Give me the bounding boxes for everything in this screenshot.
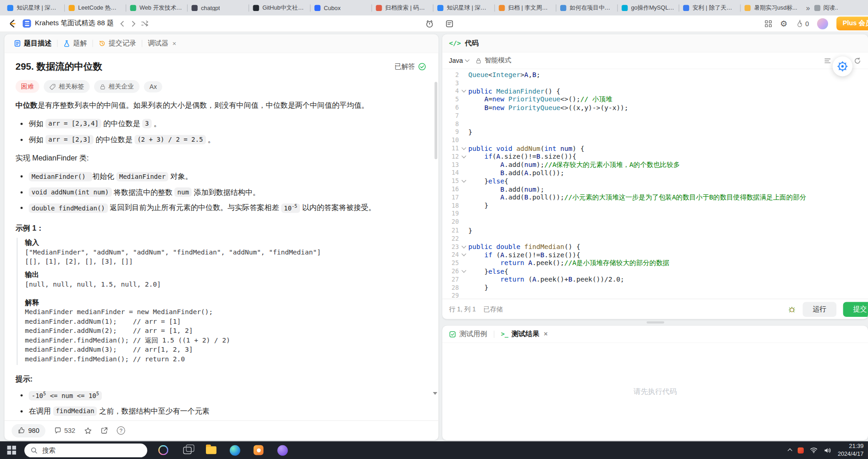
- browser-tab[interactable]: 归档 | 李文周的博客: [495, 1, 556, 15]
- file-explorer-icon[interactable]: [204, 443, 218, 457]
- code-line[interactable]: 27 return (A.peek()+B.peek())/2.0;: [442, 275, 868, 283]
- tab-debugger[interactable]: 调试器 ×: [144, 39, 180, 48]
- comments-button[interactable]: 532: [54, 426, 75, 434]
- code-line[interactable]: 3: [442, 79, 868, 87]
- code-line[interactable]: 21}: [442, 226, 868, 234]
- code-line[interactable]: 22: [442, 234, 868, 243]
- problem-list-icon[interactable]: [22, 19, 31, 28]
- leetcode-app-icon[interactable]: [251, 443, 266, 457]
- fold-chevron-icon[interactable]: [459, 246, 468, 248]
- tab-test-result[interactable]: >_ 测试结果 ×: [501, 329, 548, 339]
- fold-chevron-icon[interactable]: [459, 90, 468, 92]
- avatar[interactable]: [817, 18, 828, 29]
- browser-tab[interactable]: LeetCode 热题 10...: [65, 1, 126, 15]
- run-button[interactable]: 运行: [803, 302, 837, 317]
- code-line[interactable]: 24 if (A.size()!=B.size()){: [442, 251, 868, 259]
- browser-tab[interactable]: go操作MySQL · G...: [618, 1, 679, 15]
- code-line[interactable]: 12 if(A.size()!=B.size()){: [442, 153, 868, 161]
- related-tags-pill[interactable]: 相关标签: [44, 80, 89, 93]
- copilot-app-icon[interactable]: [156, 443, 170, 457]
- debug-icon[interactable]: [788, 305, 796, 313]
- tab-testcase[interactable]: 测试用例: [449, 329, 487, 339]
- code-line[interactable]: 17 A.add(B.poll());//小元素的大顶堆这一步是为了包装A的数目…: [442, 194, 868, 202]
- task-view-icon[interactable]: [180, 443, 194, 457]
- code-line[interactable]: 9}: [442, 128, 868, 136]
- network-icon[interactable]: [810, 447, 818, 453]
- leetcode-logo[interactable]: [6, 18, 17, 29]
- code-line[interactable]: 16 B.add(num);: [442, 185, 868, 194]
- settings-gear-icon[interactable]: ⚙: [780, 19, 787, 28]
- related-companies-pill[interactable]: 相关企业: [94, 80, 139, 93]
- problem-list-title[interactable]: Krahets 笔面试精选 88 题: [35, 19, 114, 28]
- assistant-float-button[interactable]: [833, 56, 852, 76]
- prev-problem-icon[interactable]: [119, 20, 127, 28]
- browser-tab[interactable]: GitHub中文社区 |...: [249, 1, 310, 15]
- browser-tab[interactable]: 归档搜索 | 码神之...: [372, 1, 433, 15]
- close-icon[interactable]: ×: [172, 39, 176, 47]
- code-line[interactable]: 18 }: [442, 202, 868, 210]
- timer-icon[interactable]: [425, 19, 434, 28]
- share-button[interactable]: [101, 427, 108, 434]
- code-line[interactable]: 19: [442, 210, 868, 218]
- fold-chevron-icon[interactable]: [459, 148, 468, 149]
- shuffle-icon[interactable]: [141, 19, 149, 28]
- edge-browser-icon[interactable]: [228, 443, 242, 457]
- scrollbar-thumb[interactable]: [434, 82, 437, 159]
- fold-chevron-icon[interactable]: [459, 271, 468, 272]
- code-line[interactable]: 20: [442, 218, 868, 227]
- scrollbar-down-arrow[interactable]: [433, 392, 438, 397]
- browser-tab[interactable]: Cubox: [311, 1, 372, 15]
- like-button[interactable]: 980: [11, 424, 45, 437]
- browser-tab[interactable]: 知识星球 | 深度连...: [3, 1, 64, 15]
- code-line[interactable]: 5 A=new PriorityQueue<>();// 小顶堆: [442, 95, 868, 104]
- code-line[interactable]: 2Queue<Integer>A,B;: [442, 71, 868, 79]
- tab-overflow-chevron[interactable]: »: [806, 4, 810, 12]
- taskbar-clock[interactable]: 21:39 2024/4/17: [838, 442, 863, 458]
- code-line[interactable]: 4public MedianFinder() {: [442, 87, 868, 95]
- notes-icon[interactable]: [445, 19, 454, 28]
- code-line[interactable]: 13 A.add(num);//A保存较大的元素小顶堆，A的个数也比较多: [442, 161, 868, 169]
- browser-tab[interactable]: 如何在项目中引入S...: [556, 1, 618, 15]
- code-line[interactable]: 23public double findMedian() {: [442, 243, 868, 251]
- browser-tab[interactable]: chatgpt: [188, 1, 249, 15]
- code-line[interactable]: 15 }else{: [442, 177, 868, 185]
- format-icon[interactable]: [823, 57, 831, 65]
- apps-grid-icon[interactable]: [765, 20, 772, 27]
- purple-app-icon[interactable]: [275, 443, 289, 457]
- code-line[interactable]: 7: [442, 112, 868, 120]
- next-problem-icon[interactable]: [130, 20, 138, 28]
- code-line[interactable]: 26 }else{: [442, 267, 868, 276]
- feedback-button[interactable]: ?: [117, 426, 125, 435]
- tab-problem-description[interactable]: 题目描述: [10, 39, 56, 48]
- reset-icon[interactable]: [854, 57, 862, 65]
- code-line[interactable]: 29: [442, 292, 868, 299]
- code-line[interactable]: 28 }: [442, 283, 868, 292]
- code-line[interactable]: 11public void addNum(int num) {: [442, 144, 868, 153]
- browser-tab[interactable]: 知识星球 | 深度连...: [434, 1, 495, 15]
- tab-solutions[interactable]: 题解: [59, 39, 91, 48]
- daily-streak[interactable]: 0: [796, 19, 809, 28]
- code-line[interactable]: 8: [442, 120, 868, 128]
- hint-pill[interactable]: Ax: [144, 81, 162, 92]
- close-icon[interactable]: ×: [544, 330, 547, 338]
- taskbar-search[interactable]: 搜索: [24, 443, 147, 457]
- code-line[interactable]: 6 B=new PriorityQueue<>((x,y)->(y-x));: [442, 104, 868, 112]
- tray-app-icon[interactable]: [798, 447, 804, 453]
- volume-icon[interactable]: [824, 447, 832, 454]
- code-line[interactable]: 14 B.add(A.poll());: [442, 169, 868, 177]
- code-line[interactable]: 10: [442, 136, 868, 144]
- browser-tab[interactable]: 暑期实习usd标...: [740, 1, 801, 15]
- tab-submissions[interactable]: 提交记录: [95, 39, 140, 48]
- plus-membership-button[interactable]: Plus 会员: [837, 17, 868, 30]
- tray-expand-icon[interactable]: [788, 448, 792, 453]
- language-select[interactable]: Java: [449, 57, 469, 65]
- fold-chevron-icon[interactable]: [459, 254, 468, 256]
- browser-tab[interactable]: 安利 | 除了天工实...: [679, 1, 740, 15]
- fold-chevron-icon[interactable]: [459, 156, 468, 158]
- code-editor[interactable]: 2Queue<Integer>A,B;34public MedianFinder…: [442, 69, 868, 299]
- favorite-button[interactable]: [84, 426, 92, 434]
- browser-tab[interactable]: Web 开发技术 | M...: [126, 1, 187, 15]
- start-button[interactable]: [0, 441, 23, 459]
- pinned-tab[interactable]: 阅读..: [814, 4, 838, 11]
- smart-mode-toggle[interactable]: 智能模式: [476, 56, 511, 66]
